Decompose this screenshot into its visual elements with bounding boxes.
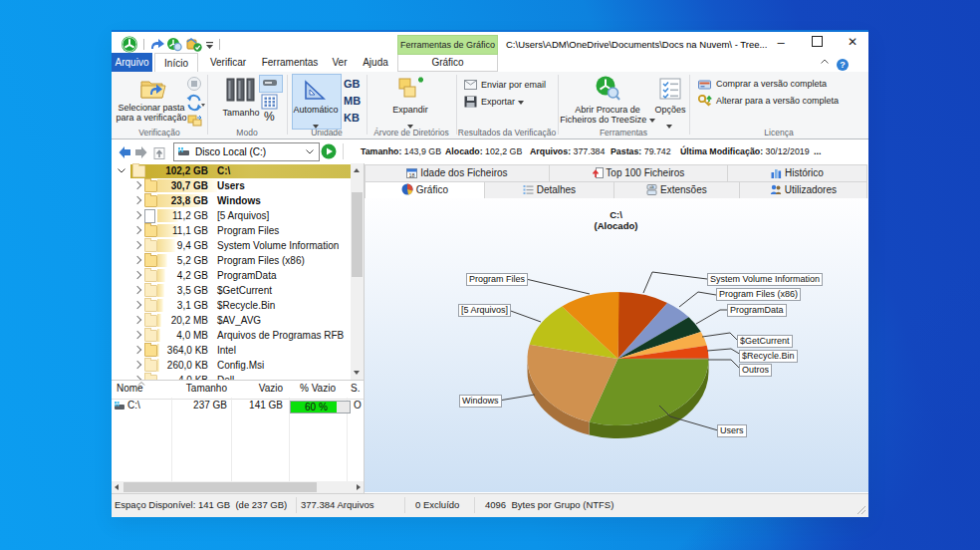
svg-text:ab: ab (650, 184, 655, 189)
svg-text:18: 18 (409, 172, 415, 178)
